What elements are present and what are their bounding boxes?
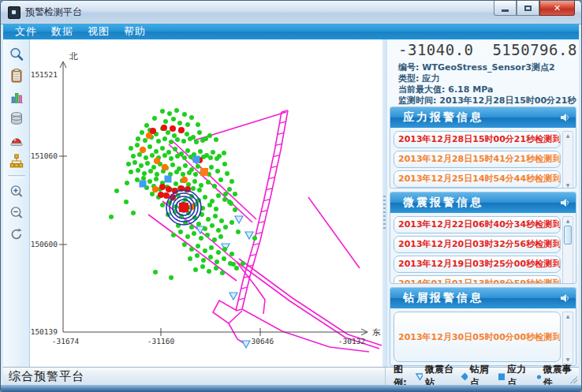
svg-text:北: 北	[69, 51, 78, 62]
sensor-info: 编号: WTGeoStress_Sensor3测点2 类型: 应力 当前最大值:…	[387, 61, 579, 105]
alert-item[interactable]: 2013年12月30日05时00分00秒检测到钻屑量超限	[394, 312, 561, 362]
microseismic-alarm-panel: 微震报警信息 2013年12月22日06时40分34秒检测到能量超限2013年1…	[390, 192, 576, 284]
field-label: 当前最大值:	[398, 84, 445, 95]
field-value: 6.18 MPa	[448, 84, 493, 95]
map-legend: 图例: 微震台站 钻屑点 应力点 微震事件	[386, 368, 579, 385]
borehole-diamond-icon	[461, 372, 468, 381]
field-label: 类型:	[398, 73, 419, 84]
status-text: 综合预警平台	[3, 368, 386, 385]
selected-point-bullseye	[166, 190, 201, 225]
clipboard-icon	[9, 68, 24, 84]
field-value: 应力	[422, 73, 439, 84]
close-button[interactable]: ✕	[539, 1, 575, 16]
app-window: 预警检测平台 ✕ 文件 数据 视图 帮助 北东515152151510	[0, 0, 582, 392]
zoom-in-icon	[9, 184, 24, 200]
scroll-up-icon[interactable]: ▲	[563, 218, 573, 224]
drill-scrollbar[interactable]: ▲▼	[562, 312, 573, 364]
alert-item[interactable]: 2013年12月20日03时32分56秒检测到能量超限	[394, 236, 561, 253]
menu-bar: 文件 数据 视图 帮助	[3, 24, 579, 40]
window-bottom-frame	[1, 385, 581, 391]
event-dot-icon	[535, 372, 541, 381]
scroll-down-icon[interactable]: ▼	[563, 182, 573, 189]
toolbar-separator	[8, 175, 25, 178]
speaker-icon[interactable]	[560, 198, 569, 207]
right-panel: -31040.0 5150796.8 0.0 编号: WTGeoStress_S…	[387, 39, 579, 368]
drill-panel-header[interactable]: 钻屑报警信息	[390, 288, 576, 308]
statistics-button[interactable]	[6, 87, 27, 107]
maximize-icon	[524, 6, 532, 11]
field-label: 编号:	[398, 62, 419, 73]
map-view[interactable]: 北东5151521515106051506005150139-31674-311…	[30, 39, 382, 368]
magnifier-icon	[9, 47, 24, 62]
left-toolbar	[3, 39, 30, 368]
scatter-plot[interactable]: 北东5151521515106051506005150139-31674-311…	[30, 39, 382, 369]
menu-view[interactable]: 视图	[80, 24, 117, 39]
scroll-thumb[interactable]	[564, 226, 572, 245]
minimize-icon	[502, 9, 509, 12]
zoom-out-icon	[9, 205, 24, 221]
alarm-icon	[9, 132, 24, 147]
alert-item[interactable]: 2013年12月28日15时00分21秒检测到应力超限	[394, 131, 561, 148]
bar-chart-icon	[9, 89, 24, 105]
splitter-grip-icon	[383, 196, 386, 230]
stress-alarm-panel: 应力报警信息 2013年12月28日15时00分21秒检测到应力超限2013年1…	[390, 106, 576, 189]
microseismic-scrollbar[interactable]: ▲▼	[562, 216, 573, 284]
zoom-out-button[interactable]	[6, 203, 27, 223]
stress-alert-list: 2013年12月28日15时00分21秒检测到应力超限2013年12月28日15…	[394, 131, 561, 189]
menu-help[interactable]: 帮助	[117, 24, 153, 39]
zoom-in-button[interactable]	[6, 181, 27, 202]
svg-text:-30132: -30132	[338, 337, 365, 345]
app-icon	[8, 6, 21, 19]
stress-scrollbar[interactable]: ▲▼	[562, 131, 573, 189]
svg-text:5151521: 5151521	[30, 70, 58, 79]
drill-cuttings-alarm-panel: 钻屑报警信息 2013年12月30日05时00分00秒检测到钻屑量超限 ▲▼	[390, 287, 576, 366]
refresh-button[interactable]	[6, 224, 27, 245]
alert-item[interactable]: 2013年12月22日06时40分34秒检测到能量超限	[394, 216, 561, 233]
report-button[interactable]	[6, 65, 27, 86]
svg-text:-30646: -30646	[247, 337, 274, 345]
svg-text:-31674: -31674	[52, 337, 80, 345]
microseismic-panel-header[interactable]: 微震报警信息	[390, 192, 576, 213]
database-button[interactable]	[6, 108, 27, 129]
svg-text:5150139: 5150139	[30, 327, 58, 336]
scroll-up-icon[interactable]: ▲	[563, 133, 573, 139]
coordinates-readout: -31040.0 5150796.8 0.0	[387, 39, 579, 61]
scroll-up-icon[interactable]: ▲	[563, 313, 573, 319]
panel-title: 微震报警信息	[403, 196, 483, 210]
field-value: 2013年12月28日15时00分21秒	[439, 95, 576, 106]
window-title: 预警检测平台	[25, 6, 82, 19]
search-button[interactable]	[6, 44, 27, 65]
window-titlebar[interactable]: 预警检测平台 ✕	[1, 1, 581, 24]
menu-data[interactable]: 数据	[44, 24, 80, 39]
alert-item[interactable]: 2013年12月25日14时54分44秒检测到应力超限	[394, 170, 561, 188]
svg-text:东: 东	[372, 327, 381, 338]
alert-item[interactable]: 2014年01月01日13时08分59秒检测到能量超限	[394, 275, 561, 284]
field-value: WTGeoStress_Sensor3测点2	[422, 62, 554, 73]
menu-file[interactable]: 文件	[8, 24, 44, 39]
event-points	[109, 108, 257, 280]
alert-item[interactable]: 2013年12月19日03时25分00秒检测到能量超限	[394, 256, 561, 273]
alert-item[interactable]: 2013年12月28日15时41分21秒检测到应力超限	[394, 151, 561, 168]
speaker-icon[interactable]	[560, 293, 569, 303]
network-button[interactable]	[6, 151, 27, 171]
database-icon	[9, 110, 24, 126]
refresh-icon	[9, 226, 24, 242]
panel-title: 钻屑报警信息	[403, 291, 483, 305]
alarm-button[interactable]	[6, 129, 27, 150]
speaker-icon[interactable]	[560, 113, 569, 122]
status-bar: 综合预警平台 图例: 微震台站 钻屑点 应力点 微震事件	[3, 367, 579, 385]
resize-grip[interactable]	[570, 376, 577, 383]
network-tree-icon	[9, 153, 24, 169]
drill-alert-list: 2013年12月30日05时00分00秒检测到钻屑量超限	[394, 312, 561, 364]
panel-splitter[interactable]	[382, 39, 387, 368]
field-label: 监测时间:	[398, 95, 436, 106]
svg-text:-31160: -31160	[147, 337, 175, 345]
minimize-button[interactable]	[494, 1, 517, 16]
tunnel-lines	[148, 110, 382, 352]
stress-panel-header[interactable]: 应力报警信息	[390, 107, 576, 128]
stress-square-icon	[498, 372, 505, 381]
svg-text:5151060: 5151060	[30, 151, 58, 160]
panel-title: 应力报警信息	[403, 110, 483, 125]
microseismic-alert-list: 2013年12月22日06时40分34秒检测到能量超限2013年12月20日03…	[394, 216, 561, 284]
maximize-button[interactable]	[517, 1, 539, 16]
